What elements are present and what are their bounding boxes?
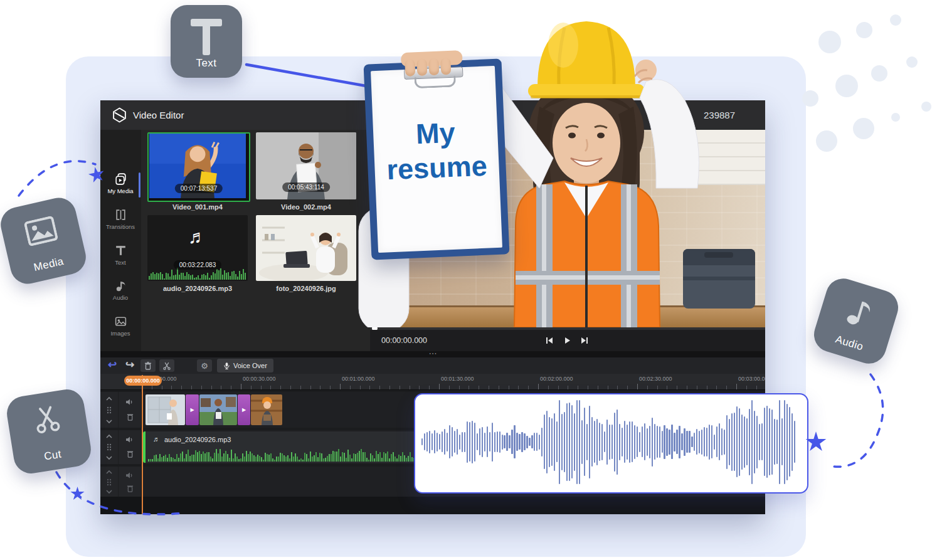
waveform-bar [165,455,166,462]
waveform-bar [240,458,241,462]
timeline-clip-1[interactable] [146,394,185,425]
waveform-bar [499,431,500,453]
transition-block[interactable]: ▶ [186,394,199,425]
audio-waveform-overlay[interactable] [414,393,808,494]
sidebar-item-images[interactable]: Images [100,315,140,337]
sidebar: My Media Transitions Text Audio Images [100,130,142,351]
play-button[interactable] [562,335,572,346]
waveform-bar [315,452,317,462]
waveform-bar [280,453,281,462]
chevron-up-icon[interactable] [105,470,113,475]
waveform-bar [726,415,728,469]
panel-resize-handle[interactable]: ⋯ [100,351,765,357]
delete-track-icon[interactable] [127,450,134,458]
account-id: 239887 [704,110,735,120]
timeline-clip-3[interactable] [251,394,282,425]
waveform-bar [759,424,760,460]
waveform-bar [150,459,151,462]
timeline-clip-2[interactable] [199,394,237,425]
trash-icon [144,362,152,370]
waveform-bar [171,457,172,462]
waveform-bar [203,452,204,462]
media-item-audio[interactable]: ♬ 00:03:22.083 [147,215,248,281]
voice-over-button[interactable]: Voice Over [217,359,273,372]
playhead-time-badge[interactable]: 00:00:00.000 [124,376,162,386]
delete-track-icon[interactable] [127,485,134,492]
mute-track-icon[interactable] [125,398,134,406]
waveform-bar [724,430,725,455]
redo-button[interactable]: ↪ [125,358,134,371]
delete-button[interactable] [140,359,156,372]
drag-handle-icon[interactable] [105,443,113,451]
ruler-tick [251,386,251,389]
waveform-bar [164,278,165,280]
waveform-bar [229,458,230,462]
undo-button[interactable]: ↩ [108,358,117,371]
waveform-bar [175,275,176,280]
waveform-bar [487,426,488,457]
prev-frame-button[interactable] [544,335,554,346]
ruler-tick [518,386,519,389]
drag-handle-icon[interactable] [105,478,113,486]
waveform-bar [214,453,215,462]
mute-track-icon[interactable] [125,436,134,443]
waveform-bar [524,433,525,450]
sidebar-item-audio[interactable]: Audio [100,279,140,301]
sidebar-item-text[interactable]: Text [100,244,140,266]
waveform-bar [195,450,196,462]
media-item-video-001[interactable]: 00:07:13:537 [147,132,250,202]
waveform-bar [226,273,227,280]
waveform-bar [197,452,198,462]
waveform-bar [776,420,778,464]
settings-button[interactable]: ⚙ [197,359,212,372]
waveform-bar [366,458,368,462]
chevron-down-icon[interactable] [105,489,113,494]
waveform-bar [549,417,550,467]
media-item-foto[interactable] [256,215,356,281]
decor-dot [802,90,818,107]
ruler-tick [538,384,539,389]
waveform-bar [180,453,181,462]
ruler-tick [320,386,320,389]
waveform-bar [231,272,233,280]
waveform-bar [225,451,226,462]
waveform-bar [223,453,225,462]
ruler-tick [340,384,341,389]
ruler-tick [389,386,390,389]
waveform-bar [444,429,445,455]
clipboard-text-line2: resume [374,148,500,188]
music-note-icon [842,293,877,330]
split-button[interactable] [159,359,174,372]
next-frame-button[interactable] [580,335,590,346]
waveform-bar [671,425,672,459]
timeline-ruler[interactable]: 00:00:00.000 00:00:00.00000:00:30.00000:… [100,374,765,390]
playhead-line[interactable] [142,375,143,514]
ruler-tick [439,384,440,389]
waveform-bar [325,458,326,462]
sidebar-item-my-media[interactable]: My Media [100,172,140,194]
waveform-bar [336,452,337,462]
mute-track-icon[interactable] [125,472,134,479]
chevron-down-icon[interactable] [105,419,113,424]
waveform-bar [334,452,336,462]
waveform-bar [741,415,743,470]
sidebar-item-transitions[interactable]: Transitions [100,208,140,230]
waveform-bar [637,426,638,457]
waveform-bar [506,433,507,451]
chevron-up-icon[interactable] [105,434,113,439]
media-item-video-002[interactable]: 00:05:43:114 [256,132,356,199]
waveform-bar [242,453,243,462]
ruler-tick [489,386,489,389]
voice-over-label: Voice Over [233,362,267,369]
waveform-bar [253,455,255,462]
waveform-bar [259,456,260,462]
waveform-bar [591,417,593,467]
transition-block[interactable]: ▶ [238,394,250,425]
chevron-down-icon[interactable] [105,455,113,460]
waveform-bar [278,457,279,462]
waveform-bar [479,428,480,455]
drag-handle-icon[interactable] [105,406,113,414]
delete-track-icon[interactable] [127,413,134,421]
chevron-up-icon[interactable] [105,396,113,401]
waveform-bar [154,274,156,280]
